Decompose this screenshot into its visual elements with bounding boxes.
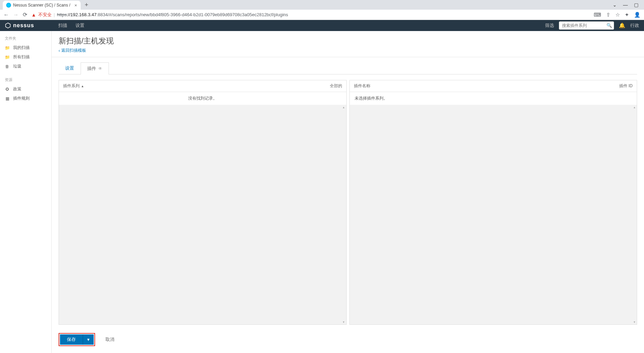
brand-name: nessus bbox=[13, 22, 34, 29]
folder-icon: 📁 bbox=[5, 55, 10, 60]
column-plugin-name[interactable]: 插件名称 bbox=[354, 83, 370, 89]
browser-tab-bar: Nessus Scanner (SC) / Scans / × + ⌄ — ▢ bbox=[0, 0, 644, 10]
eye-icon: 👁 bbox=[98, 66, 102, 71]
folder-icon: 📁 bbox=[5, 46, 10, 50]
chevron-down-icon[interactable]: ⌄ bbox=[613, 2, 617, 8]
panels: 插件系列 ▲ 全部的 没有找到记录。 ▴▾ 插件名称 插件 ID 未选择插件系列… bbox=[59, 80, 637, 325]
divider bbox=[52, 57, 644, 57]
panel-empty-message: 没有找到记录。 bbox=[59, 92, 346, 105]
sidebar-folders-header: 文件夹 bbox=[0, 36, 51, 43]
search-icon[interactable]: 🔍 bbox=[606, 23, 612, 28]
tab-title: Nessus Scanner (SC) / Scans / bbox=[13, 3, 70, 8]
insecure-label: 不安全 bbox=[38, 12, 52, 18]
tab-favicon-icon bbox=[6, 3, 11, 8]
extensions-icon[interactable]: ✦ bbox=[625, 12, 629, 18]
nessus-logo-icon bbox=[5, 22, 11, 29]
nav-settings[interactable]: 设置 bbox=[75, 22, 84, 29]
back-icon[interactable]: ← bbox=[3, 12, 9, 18]
share-icon[interactable]: ⇧ bbox=[606, 12, 611, 18]
panel-body-spacer: ▴▾ bbox=[59, 105, 346, 324]
address-bar: ← → ⟳ ▲ 不安全 | https://192.168.3.47:8834/… bbox=[0, 10, 644, 20]
save-button[interactable]: 保存 bbox=[60, 334, 83, 345]
main-layout: 文件夹 📁 我的扫描 📁 所有扫描 🗑 垃圾 资源 ✪ 政策 ▦ 插件规则 bbox=[0, 31, 644, 353]
sidebar-item-policies[interactable]: ✪ 政策 bbox=[0, 84, 51, 94]
brand-logo[interactable]: nessus bbox=[5, 22, 34, 29]
panel-header: 插件名称 插件 ID bbox=[350, 80, 637, 92]
profile-icon[interactable]: 👤 bbox=[634, 12, 641, 18]
window-controls: ⌄ — ▢ bbox=[613, 2, 641, 8]
sidebar-item-label: 垃圾 bbox=[13, 63, 21, 69]
panel-plugin-families: 插件系列 ▲ 全部的 没有找到记录。 ▴▾ bbox=[59, 80, 347, 325]
chevron-left-icon: ‹ bbox=[59, 48, 60, 53]
sidebar-item-plugin-rules[interactable]: ▦ 插件规则 bbox=[0, 94, 51, 103]
tab-close-icon[interactable]: × bbox=[74, 3, 77, 8]
panel-empty-message: 未选择插件系列。 bbox=[350, 92, 637, 105]
scroll-down-icon[interactable]: ▾ bbox=[634, 320, 635, 324]
star-icon[interactable]: ☆ bbox=[615, 12, 620, 18]
filter-link[interactable]: 筛选 bbox=[545, 22, 554, 29]
browser-chrome: Nessus Scanner (SC) / Scans / × + ⌄ — ▢ … bbox=[0, 0, 644, 20]
insecure-warning-icon: ▲ bbox=[31, 12, 36, 18]
cancel-button[interactable]: 取消 bbox=[105, 336, 114, 343]
reload-icon[interactable]: ⟳ bbox=[23, 11, 27, 18]
sort-asc-icon: ▲ bbox=[81, 84, 84, 88]
translate-icon[interactable]: ⌨ bbox=[594, 12, 601, 18]
save-dropdown-button[interactable]: ▼ bbox=[83, 334, 94, 345]
maximize-icon[interactable]: ▢ bbox=[634, 2, 638, 8]
scroll-up-icon[interactable]: ▴ bbox=[343, 105, 345, 109]
new-tab-button[interactable]: + bbox=[85, 1, 89, 9]
back-link[interactable]: ‹ 返回扫描模板 bbox=[59, 48, 637, 53]
save-button-highlight: 保存 ▼ bbox=[59, 333, 95, 346]
sidebar-item-all-scans[interactable]: 📁 所有扫描 bbox=[0, 52, 51, 62]
tab-settings[interactable]: 设置 bbox=[59, 62, 81, 74]
tab-label: 插件 bbox=[87, 65, 96, 72]
tab-label: 设置 bbox=[65, 65, 74, 71]
column-plugin-family[interactable]: 插件系列 ▲ bbox=[63, 83, 84, 89]
forward-icon[interactable]: → bbox=[13, 12, 19, 18]
footer: 保存 ▼ 取消 bbox=[59, 333, 637, 348]
column-all[interactable]: 全部的 bbox=[330, 83, 342, 89]
sidebar-item-trash[interactable]: 🗑 垃圾 bbox=[0, 62, 51, 71]
shield-icon: ✪ bbox=[5, 87, 10, 92]
scroll-up-icon[interactable]: ▴ bbox=[634, 105, 635, 109]
panel-plugin-names: 插件名称 插件 ID 未选择插件系列。 ▴▾ bbox=[349, 80, 637, 325]
column-plugin-id[interactable]: 插件 ID bbox=[619, 83, 633, 89]
top-nav: 扫描 设置 bbox=[58, 22, 84, 29]
sidebar-item-label: 插件规则 bbox=[13, 95, 30, 101]
sidebar-item-my-scans[interactable]: 📁 我的扫描 bbox=[0, 43, 51, 52]
tabs: 设置 插件 👁 bbox=[59, 62, 637, 74]
sidebar-resources-header: 资源 bbox=[0, 77, 51, 84]
tab-plugins[interactable]: 插件 👁 bbox=[81, 62, 109, 74]
admin-link[interactable]: 行政 bbox=[630, 22, 639, 29]
back-link-label: 返回扫描模板 bbox=[61, 48, 86, 53]
panel-header: 插件系列 ▲ 全部的 bbox=[59, 80, 346, 92]
content: 新扫描/主机发现 ‹ 返回扫描模板 设置 插件 👁 插件系列 ▲ bbox=[52, 31, 644, 353]
url-text: https://192.168.3.47:8834/#/scans/report… bbox=[57, 12, 288, 17]
page-title: 新扫描/主机发现 bbox=[59, 36, 637, 46]
sidebar-item-label: 所有扫描 bbox=[13, 54, 30, 60]
scroll-down-icon[interactable]: ▾ bbox=[343, 320, 345, 324]
app-header: nessus 扫描 设置 筛选 🔍 🔔 行政 bbox=[0, 20, 644, 31]
grid-icon: ▦ bbox=[5, 96, 10, 101]
sidebar-item-label: 我的扫描 bbox=[13, 45, 30, 51]
notifications-icon[interactable]: 🔔 bbox=[619, 22, 625, 29]
search-input[interactable] bbox=[559, 21, 614, 30]
minimize-icon[interactable]: — bbox=[623, 2, 628, 8]
panel-body-spacer: ▴▾ bbox=[350, 105, 637, 324]
url-area[interactable]: ▲ 不安全 | https://192.168.3.47:8834/#/scan… bbox=[31, 12, 590, 18]
search-box: 🔍 bbox=[559, 21, 614, 30]
sidebar: 文件夹 📁 我的扫描 📁 所有扫描 🗑 垃圾 资源 ✪ 政策 ▦ 插件规则 bbox=[0, 31, 52, 353]
browser-tab[interactable]: Nessus Scanner (SC) / Scans / × bbox=[3, 1, 81, 10]
sidebar-item-label: 政策 bbox=[13, 86, 21, 92]
svg-marker-0 bbox=[6, 23, 10, 28]
trash-icon: 🗑 bbox=[5, 64, 10, 69]
nav-scan[interactable]: 扫描 bbox=[58, 22, 67, 29]
